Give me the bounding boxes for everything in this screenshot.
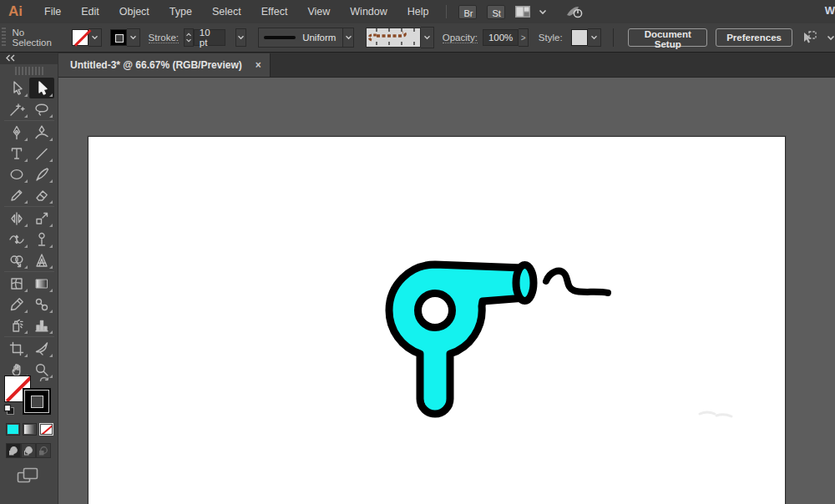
ellipse-tool[interactable] xyxy=(4,164,29,184)
select-similar-icon[interactable] xyxy=(801,30,819,45)
fill-none-swatch[interactable] xyxy=(72,29,89,46)
scale-tool[interactable] xyxy=(29,208,54,229)
menu-object[interactable]: Object xyxy=(109,0,159,23)
color-type-buttons xyxy=(0,423,58,436)
stroke-weight-stepper[interactable] xyxy=(184,28,194,47)
menu-select[interactable]: Select xyxy=(202,0,251,23)
slice-tool[interactable] xyxy=(29,338,54,359)
none-button[interactable] xyxy=(39,423,53,436)
reflect-tool[interactable] xyxy=(4,208,29,229)
opacity-more-button[interactable]: > xyxy=(519,28,529,47)
color-button[interactable] xyxy=(6,423,20,436)
fill-color-control[interactable] xyxy=(72,28,102,47)
lasso-tool[interactable] xyxy=(29,98,54,119)
document-setup-button[interactable]: Document Setup xyxy=(628,28,707,47)
stock-button[interactable]: St xyxy=(487,5,505,19)
symbol-sprayer-tool[interactable] xyxy=(4,315,29,335)
gradient-button[interactable] xyxy=(23,423,37,436)
line-segment-tool[interactable] xyxy=(29,143,54,164)
screen-mode-icon[interactable] xyxy=(17,467,38,484)
selection-tool[interactable] xyxy=(4,78,29,98)
width-tool[interactable] xyxy=(4,229,29,249)
document-tab-title: Untitled-3* @ 66.67% (RGB/Preview) xyxy=(70,59,242,71)
brush-pattern-swatch[interactable] xyxy=(366,28,421,48)
magic-wand-tool[interactable] xyxy=(4,98,29,119)
draw-inside-button[interactable] xyxy=(36,443,51,458)
gpu-performance-icon[interactable] xyxy=(565,4,584,19)
perspective-grid-tool[interactable] xyxy=(29,249,54,270)
mesh-tool[interactable] xyxy=(4,273,29,294)
brush-definition-control[interactable] xyxy=(366,27,434,48)
collapse-panel-icon[interactable] xyxy=(5,54,16,62)
pen-tool[interactable] xyxy=(4,122,29,143)
control-bar: No Selection Stroke: 10 pt Uniform xyxy=(0,23,835,53)
document-tab-bar: Untitled-3* @ 66.67% (RGB/Preview) × xyxy=(58,52,835,78)
direct-selection-tool[interactable] xyxy=(29,78,54,98)
document-tab[interactable]: Untitled-3* @ 66.67% (RGB/Preview) × xyxy=(58,53,271,77)
eraser-tool[interactable] xyxy=(29,184,54,205)
tab-close-icon[interactable]: × xyxy=(256,59,261,71)
menu-divider xyxy=(446,5,447,18)
blend-tool[interactable] xyxy=(29,294,54,315)
puppet-warp-tool[interactable] xyxy=(29,229,54,249)
none-fill xyxy=(41,425,52,434)
brush-chevron-icon[interactable] xyxy=(421,27,434,48)
artboard-tool[interactable] xyxy=(4,338,29,359)
menu-help[interactable]: Help xyxy=(397,0,439,23)
gradient-tool[interactable] xyxy=(29,273,54,294)
stroke-chevron-icon[interactable] xyxy=(127,28,140,47)
clipped-edge-text: W xyxy=(825,4,835,17)
arrange-documents-icon[interactable] xyxy=(514,5,531,18)
swap-fill-stroke-icon[interactable] xyxy=(38,374,50,384)
menu-effect[interactable]: Effect xyxy=(251,0,298,23)
tools-grid xyxy=(0,77,58,381)
curvature-tool[interactable] xyxy=(29,122,54,143)
panel-grip[interactable] xyxy=(2,28,6,48)
menu-edit[interactable]: Edit xyxy=(71,0,109,23)
opacity-label[interactable]: Opacity: xyxy=(443,33,478,43)
style-label: Style: xyxy=(539,33,563,43)
pencil-tool[interactable] xyxy=(4,184,29,205)
style-chevron-icon[interactable] xyxy=(588,28,601,47)
stroke-indicator-hole xyxy=(31,396,43,408)
width-profile-chevron-icon[interactable] xyxy=(343,28,353,48)
style-swatch[interactable] xyxy=(571,29,588,46)
shape-builder-tool[interactable] xyxy=(4,249,29,270)
eyedropper-tool[interactable] xyxy=(4,294,29,315)
fill-stroke-indicator xyxy=(0,374,58,421)
stroke-color-control[interactable] xyxy=(110,28,140,47)
tool-group xyxy=(4,271,54,336)
arrange-documents-chevron-icon[interactable] xyxy=(539,9,547,15)
menu-view[interactable]: View xyxy=(297,0,340,23)
tools-panel-header xyxy=(0,52,58,64)
select-similar-chevron-icon[interactable] xyxy=(827,35,835,41)
drawing-mode-buttons xyxy=(0,443,58,458)
stroke-weight-chevron-icon[interactable] xyxy=(235,28,246,47)
opacity-field[interactable]: 100% xyxy=(483,29,519,46)
stroke-label[interactable]: Stroke: xyxy=(149,33,179,43)
stroke-black-swatch[interactable] xyxy=(110,29,127,46)
width-profile-control[interactable]: Uniform xyxy=(258,28,343,48)
stroke-swatch-hole xyxy=(115,34,124,43)
menu-type[interactable]: Type xyxy=(159,0,202,23)
selection-status: No Selection xyxy=(13,28,53,48)
menu-file[interactable]: File xyxy=(34,0,71,23)
type-tool[interactable] xyxy=(4,143,29,164)
paintbrush-tool[interactable] xyxy=(29,164,54,184)
artboard[interactable] xyxy=(88,136,786,504)
illustrator-window: { "menubar": { "logo": "Ai", "items": ["… xyxy=(0,0,835,504)
default-fill-stroke-icon[interactable] xyxy=(3,404,15,416)
tools-panel-grip[interactable] xyxy=(15,67,43,75)
column-graph-tool[interactable] xyxy=(29,315,54,335)
gradient-fill xyxy=(24,425,35,434)
stroke-weight-field[interactable]: 10 pt xyxy=(194,29,225,46)
preferences-button[interactable]: Preferences xyxy=(716,28,792,47)
bridge-button[interactable]: Br xyxy=(458,5,477,19)
draw-normal-button[interactable] xyxy=(6,443,21,458)
canvas-pasteboard[interactable] xyxy=(58,77,835,504)
style-control[interactable] xyxy=(571,28,601,47)
menu-window[interactable]: Window xyxy=(340,0,397,23)
menu-items: FileEditObjectTypeSelectEffectViewWindow… xyxy=(34,0,439,23)
stroke-indicator-black[interactable] xyxy=(23,388,51,415)
draw-behind-button[interactable] xyxy=(21,443,36,458)
